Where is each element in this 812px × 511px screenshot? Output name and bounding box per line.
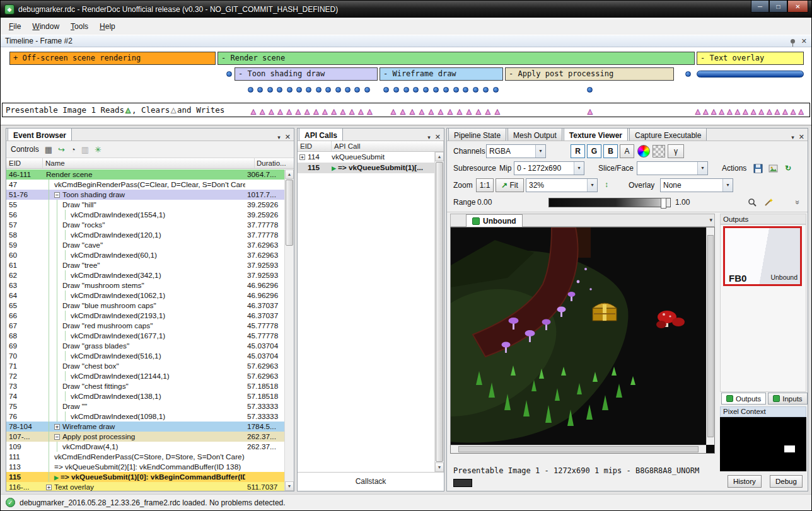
usage-write-triangle[interactable]: ▲ [251, 105, 256, 118]
red-channel-button[interactable]: R [571, 144, 585, 158]
timeline-draw-dot[interactable] [277, 87, 282, 93]
event-row[interactable]: 55Draw "hill"39.25926 [6, 200, 284, 210]
scroll-down-icon[interactable]: ▼ [435, 462, 444, 472]
clear-triangle-icon[interactable]: ▲ [171, 105, 176, 115]
timeline-bar[interactable]: - Apply post processing [505, 67, 674, 81]
usage-write-triangle[interactable]: ▲ [783, 105, 788, 118]
tab-texture-viewer[interactable]: Texture Viewer [564, 128, 628, 141]
timeline-draw-dot[interactable] [443, 87, 449, 93]
usage-write-triangle[interactable]: ▲ [391, 105, 396, 118]
usage-write-triangle[interactable]: ▲ [695, 105, 700, 118]
scrollbar-thumb[interactable] [436, 162, 443, 462]
autofit-wand-icon[interactable] [762, 196, 775, 209]
expand-icon[interactable]: + [299, 154, 305, 160]
timeline-bar[interactable]: + Off-screen scene rendering [9, 52, 216, 65]
event-row[interactable]: 113=> vkQueueSubmit(2)[1]: vkEndCommandB… [6, 462, 284, 472]
usage-write-triangle[interactable]: ▲ [719, 105, 724, 118]
timeline-draw-dot[interactable] [316, 87, 322, 93]
zoom-1-1-button[interactable]: 1:1 [476, 178, 494, 192]
collapse-icon[interactable]: − [54, 434, 60, 440]
usage-write-triangle[interactable]: ▲ [438, 105, 443, 118]
tab-pipeline-state[interactable]: Pipeline State [448, 128, 506, 141]
green-channel-button[interactable]: G [587, 144, 601, 158]
timeline-draw-dot[interactable] [354, 87, 360, 93]
timeline-draw-dot[interactable] [433, 87, 439, 93]
zoom-fit-button[interactable]: ↗ Fit [496, 178, 524, 192]
timeline-draw-dot[interactable] [463, 87, 468, 93]
usage-write-triangle[interactable]: ▲ [767, 105, 772, 118]
titlebar[interactable]: ◆ debugmarker.rdc - RenderDoc Unofficial… [1, 1, 811, 18]
usage-write-triangle[interactable]: ▲ [313, 105, 318, 118]
timeline-draw-dot[interactable] [423, 87, 429, 93]
usage-write-triangle[interactable]: ▲ [269, 105, 274, 118]
event-row[interactable]: 115▶=> vkQueueSubmit(1)[0]: vkBeginComma… [6, 472, 284, 482]
usage-write-triangle[interactable]: ▲ [419, 105, 424, 118]
scrollbar-thumb[interactable] [707, 235, 714, 437]
event-row[interactable]: 60vkCmdDrawIndexed(60,1)37.62963 [6, 250, 284, 260]
minimize-button[interactable]: ─ [751, 1, 769, 13]
usage-write-triangle[interactable]: ▲ [759, 105, 764, 118]
event-row[interactable]: 73Draw "chest fittings"57.18518 [6, 381, 284, 391]
tab-api-calls[interactable]: API Calls [299, 128, 343, 141]
flip-y-icon[interactable]: ↕ [600, 178, 613, 191]
usage-write-triangle[interactable]: ▲ [340, 105, 345, 118]
goto-eid-icon[interactable]: ↪ [58, 145, 65, 154]
range-slider[interactable] [548, 198, 671, 207]
timeline-bar[interactable]: - Toon shading draw [235, 67, 378, 81]
range-max-value[interactable]: 1.00 [675, 195, 690, 209]
usage-write-triangle[interactable]: ▲ [349, 105, 354, 118]
event-row[interactable]: 62vkCmdDrawIndexed(342,1)37.92593 [6, 270, 284, 280]
event-row[interactable]: 58vkCmdDrawIndexed(120,1)37.77778 [6, 230, 284, 240]
timeline-draw-dot[interactable] [257, 87, 263, 93]
event-row[interactable]: 109vkCmdDraw(4,1)262.37... [6, 442, 284, 452]
read-triangle-icon[interactable]: ▲ [125, 105, 130, 115]
usage-write-triangle[interactable]: ▲ [775, 105, 780, 118]
event-row[interactable]: 111vkCmdEndRenderPass(C=Store, D=Store, … [6, 452, 284, 462]
usage-write-triangle[interactable]: ▲ [323, 105, 328, 118]
timeline-draw-dot[interactable] [393, 87, 399, 93]
expand-icon[interactable]: + [54, 424, 60, 430]
event-row[interactable]: 64vkCmdDrawIndexed(1062,1)46.96296 [6, 290, 284, 301]
api-call-row[interactable]: +114vkQueueSubmit [298, 152, 434, 163]
timeline-draw-dot[interactable] [335, 87, 341, 93]
panel-close-icon[interactable]: ✕ [799, 134, 804, 141]
usage-write-triangle[interactable]: ▲ [278, 105, 283, 118]
usage-write-triangle[interactable]: ▲ [287, 105, 292, 118]
timeline-draw-dot[interactable] [413, 87, 419, 93]
timeline-draw-dot[interactable] [296, 87, 302, 93]
usage-write-triangle[interactable]: ▲ [727, 105, 732, 118]
scroll-up-icon[interactable]: ▲ [435, 152, 444, 161]
timeline-bar[interactable]: - Wireframe draw [380, 67, 503, 81]
pixel-context-view[interactable] [720, 417, 806, 471]
timeline-draw-dot[interactable] [306, 87, 311, 93]
event-row[interactable]: 76vkCmdDrawIndexed(1098,1)57.33333 [6, 411, 284, 422]
panel-menu-icon[interactable]: ▾ [277, 134, 281, 141]
timeline-draw-dot[interactable] [345, 87, 351, 93]
event-row[interactable]: 71Draw "chest box"57.62963 [6, 361, 284, 371]
event-row[interactable]: 78-104+Wireframe draw1784.5... [6, 422, 284, 432]
scrollbar-thumb[interactable] [286, 180, 293, 246]
event-browser-scrollbar[interactable]: ▲ ▼ [284, 169, 294, 491]
texture-tab-unbound[interactable]: Unbound [466, 214, 523, 227]
maximize-button[interactable]: □ [769, 1, 787, 13]
api-call-row[interactable]: 115▶=> vkQueueSubmit(1)[... [298, 163, 434, 173]
event-row[interactable]: 74vkCmdDrawIndexed(138,1)57.18518 [6, 391, 284, 401]
usage-write-triangle[interactable]: ▲ [410, 105, 415, 118]
event-row[interactable]: 57Draw "rocks"37.77778 [6, 220, 284, 230]
tab-inputs[interactable]: Inputs [768, 393, 807, 405]
usage-write-triangle[interactable]: ▲ [485, 105, 490, 118]
usage-write-triangle[interactable]: ▲ [476, 105, 481, 118]
event-row[interactable]: 66vkCmdDrawIndexed(2193,1)46.37037 [6, 311, 284, 321]
event-row[interactable]: 67Draw "red mushroom caps"45.77778 [6, 321, 284, 331]
usage-write-triangle[interactable]: ▲ [704, 105, 709, 118]
event-row[interactable]: 107-...−Apply post processing262.37... [6, 432, 284, 442]
usage-write-triangle[interactable]: ▲ [711, 105, 716, 118]
timeline-draw-dot[interactable] [587, 87, 593, 93]
panel-close-icon[interactable]: ✕ [435, 134, 441, 141]
column-duration[interactable]: Duratio... [255, 158, 294, 168]
scrollbar-thumb[interactable] [458, 446, 699, 452]
stats-icon[interactable]: ▥ [81, 145, 89, 154]
zoom-level-select[interactable]: 32% [526, 178, 598, 192]
event-row[interactable]: 47vkCmdBeginRenderPass(C=Clear, D=Clear,… [6, 180, 284, 190]
usage-write-triangle[interactable]: ▲ [799, 105, 804, 118]
